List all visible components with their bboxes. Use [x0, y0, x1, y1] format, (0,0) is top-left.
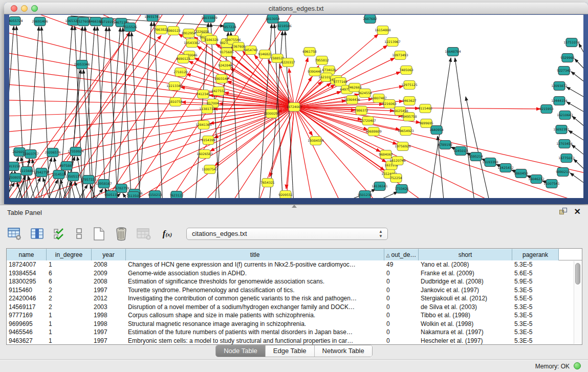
table-cell[interactable]: 5.3E-5 — [512, 328, 559, 337]
graph-node[interactable]: 10543382 — [184, 39, 200, 48]
graph-node[interactable]: 15720407 — [360, 117, 376, 125]
graph-node[interactable]: 1314519 — [52, 170, 66, 179]
table-cell[interactable]: Investigating the contribution of common… — [126, 294, 384, 303]
table-cell[interactable]: 5.9E-5 — [512, 277, 559, 286]
column-header-short[interactable]: short — [419, 249, 512, 260]
graph-node[interactable]: 12093872 — [551, 82, 568, 91]
table-cell[interactable]: Tibbo et al. (1998) — [419, 311, 512, 320]
window-titlebar[interactable]: citations_edges.txt — [4, 3, 588, 14]
graph-node[interactable]: 1810754 — [168, 98, 183, 106]
graph-node[interactable]: 8427552 — [211, 87, 226, 96]
network-canvas[interactable]: 1872400718300295886012389129542226058982… — [9, 15, 583, 198]
column-visibility-icon[interactable] — [30, 226, 45, 242]
graph-node[interactable]: 19384554 — [308, 137, 324, 145]
graph-node[interactable]: 8595214 — [469, 152, 483, 161]
table-cell[interactable]: 1998 — [92, 311, 126, 320]
graph-node[interactable]: 7623122 — [169, 191, 184, 199]
graph-node[interactable]: 18931741 — [144, 15, 161, 21]
graph-node[interactable]: 7485063 — [399, 66, 413, 75]
table-cell[interactable]: 2008 — [92, 277, 126, 286]
merge-tables-icon[interactable] — [75, 226, 84, 242]
table-cell[interactable]: 5.3E-5 — [512, 311, 559, 320]
graph-node[interactable]: 10973493 — [392, 51, 408, 60]
graph-node[interactable]: 16210643 — [557, 111, 573, 120]
table-cell[interactable]: 1 — [47, 320, 92, 329]
graph-node[interactable]: 14055724 — [9, 17, 23, 26]
graph-node[interactable]: 12213343 — [166, 82, 183, 91]
graph-node[interactable]: 12703454 — [556, 140, 573, 148]
table-cell[interactable]: 5.3E-5 — [512, 303, 559, 312]
graph-node[interactable]: 6789190 — [438, 141, 452, 149]
graph-node[interactable]: 17957225 — [80, 176, 97, 184]
graph-node[interactable]: 16026583 — [197, 150, 213, 159]
tab-network-table[interactable]: Network Table — [315, 345, 372, 357]
graph-node[interactable]: 20691406 — [32, 17, 48, 26]
table-cell[interactable]: Structural magnetic resonance image aver… — [126, 320, 384, 329]
graph-node[interactable]: 20053346 — [74, 60, 90, 69]
graph-node[interactable]: 8813054 — [266, 15, 280, 24]
graph-node[interactable]: 8454743 — [244, 46, 258, 55]
graph-node[interactable]: 11007541 — [543, 180, 560, 188]
graph-node[interactable]: 9175685 — [220, 48, 234, 57]
graph-node[interactable]: 18724007 — [286, 103, 302, 112]
function-builder-icon[interactable]: f(x) — [159, 226, 176, 242]
graph-node[interactable]: 3913158 — [9, 162, 20, 171]
graph-node[interactable]: 8186328 — [204, 36, 219, 45]
table-cell[interactable]: Estimation of the future numbers of pati… — [126, 328, 384, 337]
table-cell[interactable]: Changes of HCN gene expression and I(f) … — [126, 260, 384, 269]
table-row[interactable]: 977716911998Corpus callosum shape and si… — [7, 311, 582, 320]
graph-node[interactable]: 2718120 — [173, 68, 188, 77]
graph-node[interactable]: 9501234 — [358, 191, 372, 199]
graph-node[interactable]: 1733426 — [395, 185, 409, 193]
tab-node-table[interactable]: Node Table — [216, 345, 266, 357]
graph-node[interactable]: 9227342 — [557, 67, 571, 75]
graph-node[interactable]: 1640954 — [429, 126, 444, 135]
table-cell[interactable]: 9699695 — [7, 320, 47, 329]
table-cell[interactable]: 0 — [384, 303, 419, 312]
column-header-in_degree[interactable]: in_degree — [47, 249, 92, 260]
graph-node[interactable]: 11007543 — [202, 165, 218, 174]
graph-node[interactable]: 2687682 — [363, 15, 377, 24]
graph-node[interactable]: 6216063 — [382, 100, 397, 108]
graph-node[interactable]: 13505135 — [65, 172, 81, 181]
table-cell[interactable]: Nakamura et al. (1997) — [419, 328, 512, 337]
table-row[interactable]: 969969511998Structural magnetic resonanc… — [7, 320, 582, 329]
table-settings-icon[interactable] — [7, 226, 23, 242]
table-row[interactable]: 946554611997Estimation of the future num… — [7, 328, 582, 337]
graph-node[interactable]: 9150213 — [148, 191, 162, 199]
table-cell[interactable]: 1998 — [92, 320, 126, 329]
table-cell[interactable]: Tourette syndrome. Phenomenology and cla… — [126, 286, 384, 295]
table-cell[interactable]: Wolkin et al. (1998) — [419, 320, 512, 329]
graph-node[interactable]: 16648784 — [445, 48, 461, 56]
tab-edge-table[interactable]: Edge Table — [266, 345, 315, 357]
table-cell[interactable]: 22420046 — [7, 294, 47, 303]
graph-node[interactable]: 7986372 — [354, 106, 368, 115]
table-cell[interactable]: 6 — [47, 277, 92, 286]
table-cell[interactable]: 9777169 — [7, 311, 47, 320]
table-row[interactable]: 2242004622012Investigating the contribut… — [7, 294, 582, 303]
table-cell[interactable]: 19384554 — [7, 269, 47, 278]
graph-node[interactable]: 7663822 — [154, 26, 168, 34]
table-cell[interactable]: 14569117 — [7, 303, 47, 312]
column-header-pagerank[interactable]: pagerank — [512, 249, 559, 260]
table-cell[interactable]: 1 — [47, 328, 92, 337]
graph-node[interactable]: 16120746 — [389, 157, 406, 165]
graph-node[interactable]: 15903757 — [23, 150, 39, 159]
graph-node[interactable]: 8508051 — [9, 173, 23, 182]
table-cell[interactable]: 5.3E-5 — [512, 320, 559, 329]
graph-node[interactable]: 9463627 — [402, 97, 417, 105]
graph-node[interactable]: 9154399 — [201, 136, 215, 145]
graph-node[interactable]: 12975125 — [401, 81, 418, 90]
table-cell[interactable]: Corpus callosum shape and size in male p… — [126, 311, 384, 320]
close-panel-icon[interactable]: ✕ — [574, 208, 581, 215]
graph-node[interactable]: 20206576 — [45, 148, 61, 157]
graph-node[interactable]: 18300295 — [264, 110, 280, 118]
graph-node[interactable]: 9505137 — [104, 191, 119, 199]
graph-node[interactable]: 12425432 — [497, 164, 514, 172]
column-header-name[interactable]: name — [7, 249, 47, 260]
table-cell[interactable]: 0 — [384, 337, 419, 345]
table-cell[interactable]: 1997 — [92, 337, 126, 345]
table-cell[interactable]: 1 — [47, 311, 92, 320]
table-cell[interactable]: Genome-wide association studies in ADHD. — [126, 269, 384, 278]
graph-node[interactable]: 7412345 — [196, 90, 210, 99]
